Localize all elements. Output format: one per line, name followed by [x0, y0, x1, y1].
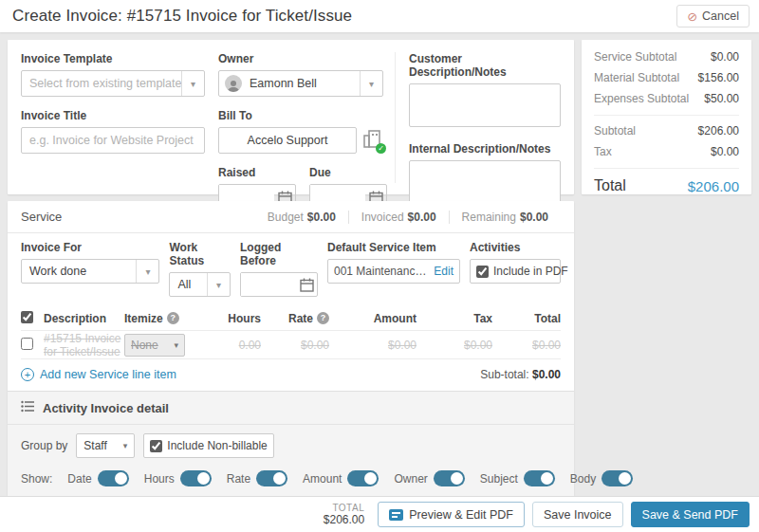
col-total: Total [492, 312, 561, 325]
customer-notes-label: Customer Description/Notes [409, 52, 561, 79]
cancel-button[interactable]: ⊘ Cancel [676, 5, 750, 28]
toggle-amount-label: Amount [303, 472, 342, 486]
owner-select[interactable]: Eamonn Bell ▾ [218, 70, 383, 97]
service-subtotal: Sub-total: $0.00 [480, 368, 561, 381]
invoice-template-placeholder: Select from existing templates [22, 77, 181, 90]
activity-detail-title: Activity Invoice detail [43, 401, 169, 415]
add-line-row: + Add new Service line item Sub-total: $… [8, 359, 574, 391]
toggle-knob [197, 472, 210, 485]
chevron-down-icon: ▾ [360, 71, 382, 96]
owner-toggle-switch[interactable] [434, 470, 465, 486]
service-filters: Invoice For Work done ▾ Work Status All … [8, 233, 574, 306]
line-item-total: $0.00 [492, 339, 561, 352]
material-subtotal-label: Material Subtotal [594, 71, 679, 84]
tax-row: Tax $0.00 [594, 145, 739, 158]
rate-help-icon[interactable]: ? [317, 312, 329, 324]
service-title: Service [21, 210, 62, 224]
page-title: Create Invoice: #15715 Invoice for Ticke… [12, 7, 352, 26]
invoice-template-label: Invoice Template [21, 52, 205, 65]
owner-avatar [225, 75, 242, 92]
rate-toggle-switch[interactable] [256, 470, 287, 486]
company-lookup-icon[interactable]: ✓ [362, 129, 383, 152]
service-subtotal-value: $0.00 [711, 50, 739, 64]
owner-label: Owner [218, 52, 383, 65]
preview-edit-pdf-label: Preview & Edit PDF [409, 508, 513, 522]
work-status-select[interactable]: All ▾ [169, 272, 231, 297]
col-amount: Amount [329, 312, 417, 325]
invoice-for-select[interactable]: Work done ▾ [21, 259, 159, 284]
itemize-select[interactable]: None ▾ [124, 334, 185, 357]
toggle-date-label: Date [67, 472, 91, 486]
customer-notes-textarea[interactable] [409, 83, 561, 127]
material-subtotal-row: Material Subtotal $156.00 [594, 71, 739, 84]
total-label: Total [594, 177, 626, 194]
save-send-pdf-button[interactable]: Save & Send PDF [631, 502, 750, 527]
subject-toggle-switch[interactable] [524, 470, 555, 486]
group-by-row: Group by Staff ▾ Include Non-billable [8, 425, 574, 462]
invoice-for-label: Invoice For [21, 241, 159, 254]
preview-edit-pdf-button[interactable]: Preview & Edit PDF [378, 502, 525, 527]
service-header: Service Budget $0.00 Invoiced $0.00 Rema… [8, 201, 574, 233]
toggle-knob [541, 472, 553, 485]
expenses-subtotal-value: $50.00 [704, 92, 739, 105]
chevron-down-icon: ▾ [207, 273, 230, 296]
internal-notes-textarea[interactable] [409, 160, 561, 204]
invoiced-value: $0.00 [408, 211, 436, 224]
amount-toggle-switch[interactable] [347, 470, 379, 486]
include-nonbillable-checkbox[interactable] [150, 440, 162, 452]
group-by-select[interactable]: Staff ▾ [76, 433, 135, 458]
service-subtotal-row: Service Subtotal $0.00 [594, 50, 739, 64]
add-line-label: Add new Service line item [40, 368, 176, 381]
add-service-line-item-link[interactable]: + Add new Service line item [21, 368, 176, 381]
default-service-item-field: 001 Maintenance & Sup... Edit [327, 259, 460, 284]
subtotal-label: Subtotal [594, 124, 636, 138]
activity-detail-header: Activity Invoice detail [8, 392, 574, 425]
bill-to-value: Accelo Support [248, 134, 328, 147]
save-invoice-button[interactable]: Save Invoice [532, 502, 623, 527]
logged-before-label: Logged Before [240, 241, 318, 267]
subtotal-label: Sub-total: [480, 368, 528, 381]
select-all-checkbox[interactable] [21, 311, 33, 323]
include-in-pdf-checkbox[interactable] [476, 266, 489, 278]
include-nonbillable-box: Include Non-billable [143, 433, 273, 458]
chevron-down-icon: ▾ [136, 260, 158, 283]
table-header-row: Description Itemize? Hours Rate? Amount … [21, 306, 561, 331]
invoice-title-input[interactable] [21, 127, 205, 154]
owner-value: Eamonn Bell [242, 77, 360, 90]
left-column: Invoice Template Select from existing te… [8, 40, 574, 532]
toggle-rate: Rate [227, 470, 287, 486]
chevron-down-icon: ▾ [174, 340, 178, 350]
cancel-label: Cancel [702, 9, 739, 23]
divider [594, 115, 739, 116]
line-item-amount: $0.00 [329, 339, 417, 352]
toggle-amount: Amount [303, 470, 379, 486]
line-item-checkbox[interactable] [21, 338, 33, 350]
calendar-icon[interactable] [296, 278, 317, 292]
remaining-value: $0.00 [520, 211, 548, 224]
default-service-item-value: 001 Maintenance & Sup... [334, 265, 429, 278]
line-item-row: #15715 Invoice for Ticket/Issue None ▾ 0… [21, 331, 561, 359]
itemize-help-icon[interactable]: ? [167, 312, 179, 324]
invoice-template-select[interactable]: Select from existing templates ▾ [21, 70, 205, 97]
service-subtotal-label: Service Subtotal [594, 50, 676, 64]
create-invoice-page: Create Invoice: #15715 Invoice for Ticke… [0, 0, 759, 532]
date-toggle-switch[interactable] [98, 470, 129, 486]
toggle-subject-label: Subject [480, 472, 518, 486]
bill-to-field[interactable]: Accelo Support [218, 127, 357, 154]
raised-label: Raised [218, 166, 296, 179]
group-by-value: Staff [83, 439, 106, 452]
subtotal-row: Subtotal $206.00 [594, 124, 739, 138]
edit-service-item-link[interactable]: Edit [434, 265, 454, 278]
work-status-value: All [170, 278, 207, 291]
divider [594, 168, 739, 169]
toggle-knob [273, 472, 286, 485]
toggle-owner-label: Owner [394, 472, 427, 486]
toggle-hours: Hours [144, 470, 212, 486]
body-toggle-switch[interactable] [602, 470, 633, 486]
show-toggles-row: Show: Date Hours Rate [8, 462, 574, 498]
logged-before-input[interactable] [241, 273, 296, 296]
col-tax: Tax [417, 312, 492, 325]
hours-toggle-switch[interactable] [180, 470, 212, 486]
list-detail-icon [21, 400, 35, 415]
line-item-hours: 0.00 [208, 339, 261, 352]
